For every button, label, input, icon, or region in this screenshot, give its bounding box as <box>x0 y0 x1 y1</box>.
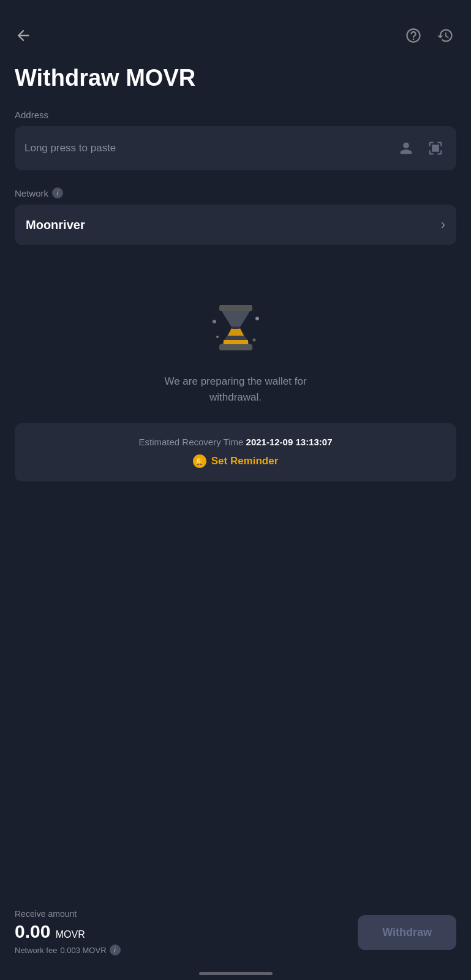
bottom-bar: Receive amount 0.00 MOVR Network fee 0.0… <box>0 898 471 980</box>
svg-point-1 <box>255 317 259 320</box>
receive-label: Receive amount <box>15 909 121 919</box>
preparing-message: We are preparing the wallet for withdraw… <box>164 374 306 405</box>
receive-amount-unit: MOVR <box>56 929 85 940</box>
svg-point-2 <box>252 339 255 342</box>
network-fee: Network fee 0.003 MOVR i <box>15 944 121 956</box>
network-label: Network i <box>15 187 456 198</box>
header-left <box>15 27 32 44</box>
set-reminder-label: Set Reminder <box>211 455 279 467</box>
network-name: Moonriver <box>26 218 85 232</box>
receive-amount: 0.00 MOVR <box>15 921 121 942</box>
receive-info: Receive amount 0.00 MOVR Network fee 0.0… <box>15 909 121 956</box>
home-indicator <box>199 972 273 975</box>
network-selector[interactable]: Moonriver › <box>15 205 456 245</box>
withdraw-button[interactable]: Withdraw <box>358 915 456 950</box>
header <box>0 0 471 59</box>
recovery-time-value: 2021-12-09 13:13:07 <box>246 437 333 447</box>
content: Address Network i Moonriver › <box>0 110 471 245</box>
history-icon[interactable] <box>434 24 456 47</box>
page-title: Withdraw MOVR <box>0 59 471 110</box>
svg-rect-4 <box>219 305 252 311</box>
address-input[interactable] <box>24 142 388 154</box>
recovery-box: Estimated Recovery Time 2021-12-09 13:13… <box>15 423 456 481</box>
fee-info-icon[interactable]: i <box>110 944 121 956</box>
network-section: Network i Moonriver › <box>15 187 456 245</box>
recovery-time-label: Estimated Recovery Time 2021-12-09 13:13… <box>27 437 444 447</box>
address-input-wrapper <box>15 126 456 170</box>
header-right <box>402 24 456 47</box>
hourglass-section: We are preparing the wallet for withdraw… <box>0 270 471 423</box>
contacts-icon-button[interactable] <box>395 137 417 159</box>
set-reminder-button[interactable]: 🔔 Set Reminder <box>27 454 444 468</box>
svg-rect-6 <box>232 326 240 329</box>
network-info-icon[interactable]: i <box>52 187 63 198</box>
svg-point-3 <box>216 336 219 338</box>
address-label: Address <box>15 110 456 120</box>
bell-icon: 🔔 <box>193 454 206 468</box>
svg-rect-5 <box>219 344 252 350</box>
help-icon[interactable] <box>402 24 424 47</box>
chevron-right-icon: › <box>441 217 445 233</box>
back-button[interactable] <box>15 27 32 44</box>
qr-scan-icon-button[interactable] <box>424 137 447 159</box>
hourglass-icon <box>202 294 269 361</box>
svg-point-0 <box>213 320 216 323</box>
